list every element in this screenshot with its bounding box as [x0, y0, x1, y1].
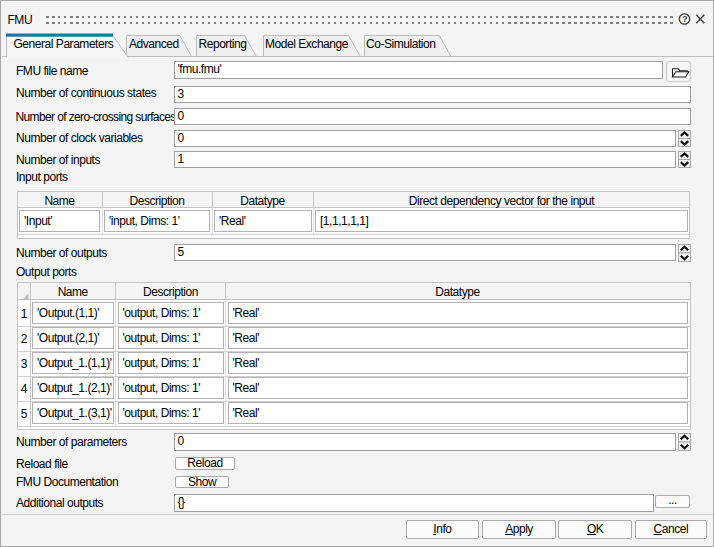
svg-text:?: ? — [682, 14, 687, 24]
